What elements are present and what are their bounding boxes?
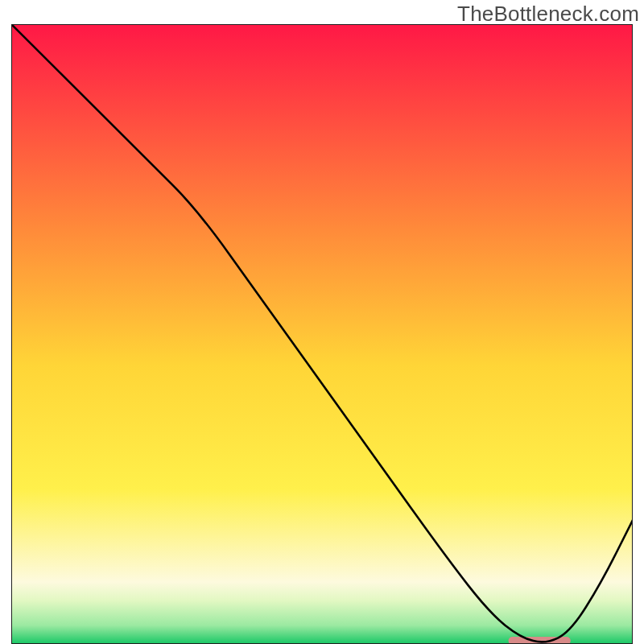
optimal-range-marker: [509, 637, 571, 644]
watermark-text: TheBottleneck.com: [457, 2, 639, 27]
plot-area: [11, 24, 633, 644]
chart-container: TheBottleneck.com: [0, 0, 644, 644]
chart-svg: [11, 24, 633, 644]
